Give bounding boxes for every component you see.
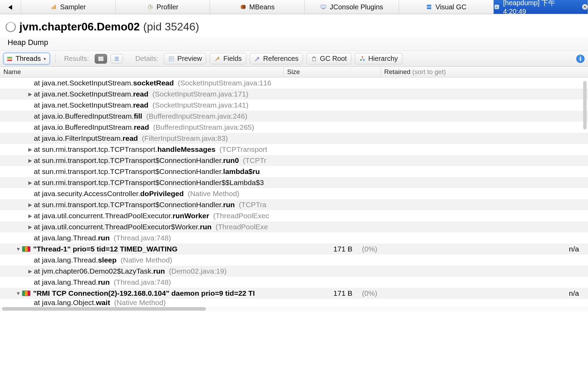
tab-jconsole-plugins[interactable]: JConsole Plugins (305, 0, 399, 14)
tab-sampler[interactable]: Sampler (21, 0, 116, 14)
disclosure-triangle-icon[interactable] (27, 80, 33, 86)
disclosure-triangle-icon[interactable]: ▶ (27, 202, 33, 208)
horizontal-scrollbar[interactable] (0, 306, 588, 311)
disclosure-triangle-icon[interactable] (27, 102, 33, 108)
stack-row[interactable]: ▶at java.util.concurrent.ThreadPoolExecu… (0, 221, 588, 232)
tab-label: Sampler (60, 3, 86, 11)
disclosure-triangle-icon[interactable] (27, 124, 33, 130)
vertical-scrollbar[interactable] (583, 81, 587, 129)
disclosure-triangle-icon[interactable]: ▶ (27, 157, 33, 164)
stack-row[interactable]: at java.lang.Object.wait (Native Method) (0, 299, 588, 306)
disclosure-triangle-icon[interactable] (27, 168, 33, 175)
stack-row[interactable]: ▶at sun.rmi.transport.tcp.TCPTransport$C… (0, 199, 588, 210)
spinner-icon (6, 22, 16, 32)
stack-row[interactable]: at java.lang.Thread.run (Thread.java:748… (0, 277, 588, 288)
stack-location: (FilterInputStream.java:83) (138, 134, 228, 143)
stack-row[interactable]: at java.lang.Thread.run (Thread.java:748… (0, 232, 588, 243)
svg-point-32 (218, 57, 219, 58)
column-size[interactable]: Size (284, 67, 381, 77)
thread-label: "RMI TCP Connection(2)-192.168.0.104" da… (33, 289, 255, 297)
stack-row[interactable]: at java.net.SocketInputStream.socketRead… (0, 77, 588, 89)
stack-method: lambda$ru (223, 167, 260, 176)
stack-row[interactable]: at java.io.FilterInputStream.read (Filte… (0, 133, 588, 144)
svg-rect-0 (52, 7, 53, 9)
references-button[interactable]: References (250, 53, 303, 64)
column-retained-hint: (sort to get) (412, 68, 446, 75)
disclosure-triangle-icon[interactable]: ▼ (15, 246, 21, 252)
tab-heapdump[interactable]: [heapdump] 下午4:20:49 ✕ (494, 0, 588, 14)
stack-method: wait (96, 298, 110, 307)
tab-visual-gc[interactable]: Visual GC (399, 0, 494, 14)
thread-row[interactable]: ▼"RMI TCP Connection(2)-192.168.0.104" d… (0, 288, 588, 299)
table-header: Name Size Retained (sort to get) (0, 67, 588, 77)
stack-method: fill (134, 112, 142, 120)
stack-row[interactable]: ▶at java.util.concurrent.ThreadPoolExecu… (0, 210, 588, 221)
stack-row[interactable]: at java.lang.Thread.sleep (Native Method… (0, 255, 588, 266)
info-icon[interactable]: i (576, 55, 585, 63)
svg-rect-1 (53, 6, 54, 9)
svg-rect-18 (7, 58, 12, 59)
svg-rect-36 (362, 56, 363, 57)
tab-nav-back[interactable]: ◀ (0, 0, 21, 14)
thread-icon (22, 246, 30, 252)
disclosure-triangle-icon[interactable]: ▶ (27, 224, 33, 230)
stack-location: (BufferedInputStream.java:246) (142, 112, 247, 120)
tab-profiler[interactable]: Profiler (116, 0, 210, 14)
toolbar-separator (55, 54, 56, 63)
scroll-thumb[interactable] (2, 307, 206, 311)
stack-location: (Thread.java:748) (110, 278, 171, 286)
results-tree-button[interactable] (111, 54, 123, 64)
stack-row[interactable]: ▶at sun.rmi.transport.tcp.TCPTransport.h… (0, 144, 588, 155)
stack-row[interactable]: at sun.rmi.transport.tcp.TCPTransport$Co… (0, 166, 588, 177)
thread-icon (22, 291, 30, 296)
heapdump-icon (494, 3, 501, 10)
disclosure-triangle-icon[interactable] (27, 191, 33, 197)
stack-package: at java.net.SocketInputStream. (34, 90, 133, 98)
stack-method: runWorker (173, 212, 209, 220)
stack-row[interactable]: at java.net.SocketInputStream.read (Sock… (0, 100, 588, 111)
table-icon (98, 56, 104, 62)
disclosure-triangle-icon[interactable] (27, 279, 33, 285)
stack-location: (TCPTra (235, 201, 266, 209)
column-name[interactable]: Name (0, 67, 284, 77)
disclosure-triangle-icon[interactable] (27, 300, 33, 306)
stack-row[interactable]: at java.security.AccessController.doPriv… (0, 188, 588, 199)
hierarchy-button[interactable]: Hierarchy (355, 53, 402, 64)
view-selector-label: Threads (16, 55, 41, 63)
close-icon[interactable]: ✕ (582, 4, 588, 10)
stack-method: run (98, 234, 110, 242)
disclosure-triangle-icon[interactable]: ▶ (27, 213, 33, 219)
results-tabular-button[interactable] (95, 54, 107, 64)
stack-location: (Native Method) (110, 298, 166, 307)
svg-rect-11 (427, 6, 431, 8)
preview-button[interactable]: Preview (164, 53, 206, 64)
disclosure-triangle-icon[interactable]: ▼ (15, 290, 21, 296)
stack-method: run (223, 201, 235, 209)
fields-button[interactable]: Fields (210, 53, 246, 64)
svg-rect-38 (363, 59, 365, 61)
view-selector[interactable]: Threads ▾ (3, 53, 50, 64)
references-icon (254, 56, 260, 62)
stack-row[interactable]: ▶at sun.rmi.transport.tcp.TCPTransport$C… (0, 177, 588, 188)
disclosure-triangle-icon[interactable]: ▶ (27, 180, 33, 186)
disclosure-triangle-icon[interactable] (27, 113, 33, 119)
stack-row[interactable]: at java.io.BufferedInputStream.fill (Buf… (0, 111, 588, 122)
thread-row[interactable]: ▼"Thread-1" prio=5 tid=12 TIMED_WAITING1… (0, 243, 588, 255)
disclosure-triangle-icon[interactable]: ▶ (27, 146, 33, 153)
stack-row[interactable]: ▶at jvm.chapter06.Demo02$LazyTask.run (D… (0, 266, 588, 277)
disclosure-triangle-icon[interactable] (27, 257, 33, 263)
stack-row[interactable]: ▶at sun.rmi.transport.tcp.TCPTransport$C… (0, 155, 588, 166)
disclosure-triangle-icon[interactable] (27, 135, 33, 141)
disclosure-triangle-icon[interactable] (27, 235, 33, 241)
disclosure-triangle-icon[interactable]: ▶ (27, 91, 33, 97)
column-retained[interactable]: Retained (sort to get) (381, 67, 588, 77)
stack-location: (SocketInputStream.java:171) (149, 90, 248, 98)
stack-row[interactable]: at java.io.BufferedInputStream.read (Buf… (0, 122, 588, 133)
stack-package: at java.net.SocketInputStream. (34, 79, 133, 87)
gcroot-button[interactable]: GC Root (306, 53, 351, 64)
stack-location: (SocketInputStream.java:141) (149, 101, 248, 109)
tab-mbeans[interactable]: MBeans (210, 0, 305, 14)
stack-row[interactable]: ▶at java.net.SocketInputStream.read (Soc… (0, 89, 588, 100)
stack-location: (TCPTransport (216, 145, 267, 154)
disclosure-triangle-icon[interactable]: ▶ (27, 268, 33, 274)
